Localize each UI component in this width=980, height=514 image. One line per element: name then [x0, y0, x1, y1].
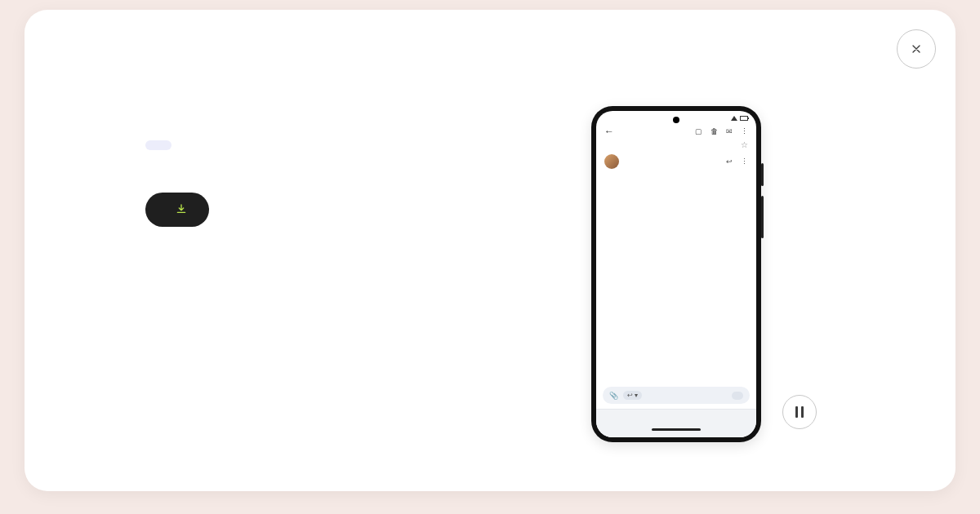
pause-icon	[795, 406, 804, 418]
avatar	[604, 154, 619, 169]
email-actions: ▢ 🗑 ✉ ⋮	[695, 127, 748, 135]
feature-modal: ← ▢ 🗑 ✉ ⋮ ☆	[24, 10, 956, 491]
battery-icon	[740, 116, 748, 121]
delete-icon[interactable]: 🗑	[710, 127, 718, 135]
status-icons	[728, 116, 748, 121]
recipient-chip[interactable]: ↩ ▾	[623, 391, 642, 400]
keyboard-suggestion-row	[599, 413, 753, 418]
more-icon[interactable]: ⋮	[741, 157, 748, 166]
mail-icon[interactable]: ✉	[726, 127, 733, 135]
quick-reply-input[interactable]: 📎 ↩ ▾	[603, 387, 750, 404]
feature-row	[145, 140, 505, 150]
phone-side-button	[761, 163, 764, 186]
signal-icon	[731, 116, 737, 121]
phone-nav-bar	[652, 428, 701, 431]
phone-camera-cutout	[673, 117, 679, 123]
sender-row: ↩ ⋮	[596, 153, 756, 169]
close-icon	[910, 42, 923, 55]
reply-icon[interactable]: ↩	[726, 157, 733, 166]
close-button[interactable]	[897, 29, 936, 69]
phone-side-button	[761, 196, 764, 238]
back-icon[interactable]: ←	[604, 126, 614, 137]
pause-button[interactable]	[782, 395, 817, 429]
email-topbar: ← ▢ 🗑 ✉ ⋮	[596, 122, 756, 139]
star-icon[interactable]: ☆	[741, 140, 748, 149]
sender-info	[624, 158, 626, 166]
download-icon	[175, 203, 188, 216]
attach-icon[interactable]: 📎	[609, 392, 618, 400]
email-body	[596, 169, 756, 182]
more-icon[interactable]: ⋮	[741, 127, 748, 135]
download-button[interactable]	[145, 193, 209, 227]
keyboard	[596, 409, 756, 437]
reply-area: 📎 ↩ ▾	[596, 387, 756, 437]
phone-mockup: ← ▢ 🗑 ✉ ⋮ ☆	[591, 106, 761, 442]
new-badge	[145, 140, 172, 150]
expand-icon[interactable]	[732, 392, 743, 400]
content-column	[145, 108, 505, 227]
archive-icon[interactable]: ▢	[695, 127, 702, 135]
phone-screen: ← ▢ 🗑 ✉ ⋮ ☆	[596, 111, 756, 437]
sender-actions: ↩ ⋮	[726, 157, 748, 166]
subject-row: ☆	[596, 139, 756, 153]
